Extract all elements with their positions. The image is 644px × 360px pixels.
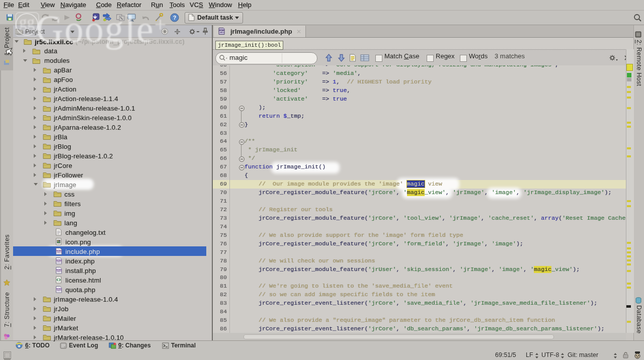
svg-text:php: php [56,269,62,272]
svg-text:php: php [56,250,62,253]
svg-text:php: php [56,259,62,262]
svg-text:php: php [56,288,62,291]
svg-text:php: php [219,30,224,33]
svg-text:?: ? [173,15,177,21]
